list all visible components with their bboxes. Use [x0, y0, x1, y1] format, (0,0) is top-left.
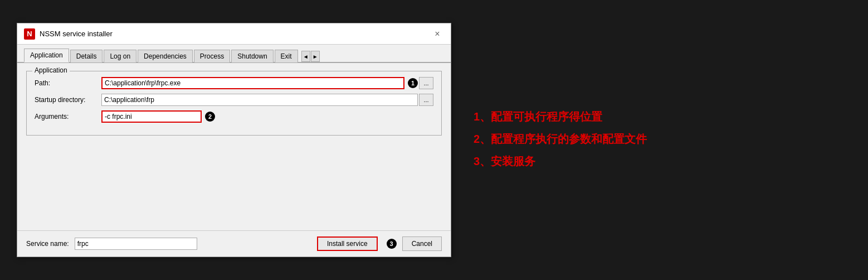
cancel-button[interactable]: Cancel — [402, 236, 442, 251]
instruction-3: 3、安装服务 — [474, 151, 851, 171]
instruction-2: 2、配置程序执行的参数和配置文件 — [474, 129, 851, 149]
path-browse-button[interactable]: ... — [419, 77, 433, 89]
path-input[interactable] — [101, 77, 404, 89]
tab-shutdown[interactable]: Shutdown — [231, 50, 273, 62]
close-button[interactable]: × — [431, 27, 444, 41]
tab-process[interactable]: Process — [194, 50, 230, 62]
arguments-input[interactable] — [101, 110, 202, 123]
path-row: Path: 1 ... — [35, 77, 433, 89]
startup-input[interactable] — [101, 94, 418, 106]
tab-exit[interactable]: Exit — [275, 50, 298, 62]
tab-dependencies[interactable]: Dependencies — [138, 50, 193, 62]
path-label: Path: — [35, 79, 101, 87]
tab-bar: Application Details Log on Dependencies … — [17, 45, 451, 63]
service-name-label: Service name: — [26, 240, 69, 248]
startup-browse-button[interactable]: ... — [419, 94, 433, 106]
dialog-titlebar: N NSSM service installer × — [17, 23, 451, 45]
annotation-2: 2 — [205, 112, 215, 122]
dialog-body: Application Path: 1 ... Startup director… — [17, 63, 451, 230]
annotation-3: 3 — [387, 239, 397, 249]
tab-details[interactable]: Details — [70, 50, 103, 62]
group-legend: Application — [32, 66, 70, 74]
instruction-1: 1、配置可执行程序得位置 — [474, 107, 851, 127]
tab-logon[interactable]: Log on — [104, 50, 136, 62]
arguments-row: Arguments: 2 — [35, 110, 433, 123]
tab-application[interactable]: Application — [24, 49, 69, 62]
page-layout: N NSSM service installer × Application D… — [0, 0, 868, 280]
tab-next-button[interactable]: ► — [311, 51, 320, 62]
nssm-logo: N — [24, 28, 35, 40]
annotation-1: 1 — [408, 78, 418, 88]
service-name-input[interactable] — [75, 238, 197, 250]
install-service-button[interactable]: Install service — [317, 236, 378, 251]
tab-prev-button[interactable]: ◄ — [301, 51, 310, 62]
dialog-window: N NSSM service installer × Application D… — [17, 23, 451, 257]
tab-nav: ◄ ► — [301, 51, 320, 62]
title-left: N NSSM service installer — [24, 28, 113, 40]
startup-label: Startup directory: — [35, 96, 101, 104]
dialog-title: NSSM service installer — [40, 30, 113, 38]
instructions-panel: 1、配置可执行程序得位置 2、配置程序执行的参数和配置文件 3、安装服务 — [474, 107, 851, 173]
arguments-label: Arguments: — [35, 113, 101, 120]
dialog-footer: Service name: Install service 3 Cancel — [17, 230, 451, 257]
application-group: Application Path: 1 ... Startup director… — [26, 71, 442, 136]
startup-row: Startup directory: ... — [35, 94, 433, 106]
